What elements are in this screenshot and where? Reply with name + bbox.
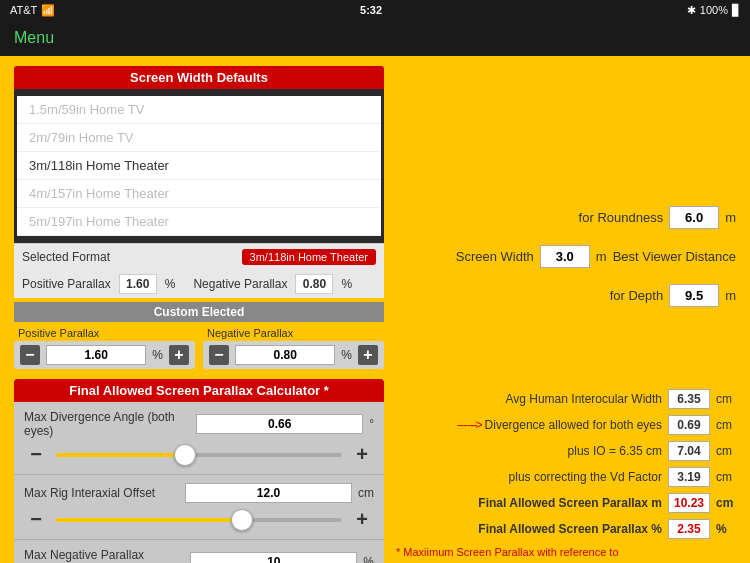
divergence-slider-group: Max Divergence Angle (both eyes) ° − + — [14, 402, 384, 475]
divergence-slider-track[interactable] — [56, 453, 342, 457]
positive-parallax-value: 1.60 — [119, 274, 157, 294]
positive-parallax-label: Positive Parallax — [22, 277, 111, 291]
right-top-panel: for Roundness m Screen Width m Best View… — [396, 66, 736, 369]
divergence-allowed-unit: cm — [716, 418, 736, 432]
rig-slider-fill — [56, 518, 242, 522]
divergence-value[interactable] — [196, 414, 363, 434]
roundness-input[interactable] — [669, 206, 719, 229]
right-bottom-panel: Avg Human Interocular Width 6.35 cm - - … — [396, 379, 736, 563]
info-icon[interactable]: i — [712, 66, 736, 90]
screen-width-defaults-header: Screen Width Defaults — [14, 66, 384, 89]
list-item[interactable]: 1.5m/59in Home TV — [17, 96, 381, 124]
avg-human-row: Avg Human Interocular Width 6.35 cm — [396, 389, 736, 409]
neg-parallax-value[interactable] — [190, 552, 357, 563]
list-item[interactable]: 5m/197in Home Theater — [17, 208, 381, 236]
negative-stepper-value[interactable]: 0.80 — [235, 345, 335, 365]
top-section: Screen Width Defaults 1.5m/59in Home TV … — [14, 66, 736, 369]
menu-bar: Menu — [0, 20, 750, 56]
parallax-info-row: Positive Parallax 1.60 % Negative Parall… — [14, 270, 384, 298]
list-item-selected[interactable]: 3m/118in Home Theater — [17, 152, 381, 180]
left-bottom-panel: Final Allowed Screen Parallax Calculator… — [14, 379, 384, 563]
positive-minus-button[interactable]: − — [20, 345, 40, 365]
selected-format-badge: 3m/118in Home Theater — [242, 249, 376, 265]
top-right-fields: for Roundness m Screen Width m Best View… — [396, 206, 736, 315]
final-pct-row: Final Allowed Screen Parallax % 2.35 % — [396, 519, 736, 539]
plus-io-unit: cm — [716, 444, 736, 458]
negative-stepper: − 0.80 % + — [203, 341, 384, 369]
menu-button[interactable]: Menu — [14, 29, 54, 47]
final-m-label: Final Allowed Screen Parallax m — [396, 496, 662, 510]
positive-custom-header: Positive Parallax — [14, 325, 195, 341]
positive-plus-button[interactable]: + — [169, 345, 189, 365]
best-viewer-label: Best Viewer Distance — [613, 249, 736, 264]
negative-minus-button[interactable]: − — [209, 345, 229, 365]
roundness-unit: m — [725, 210, 736, 225]
divergence-unit: ° — [369, 417, 374, 431]
plus-io-label: plus IO = 6.35 cm — [396, 444, 662, 458]
vd-factor-value: 3.19 — [668, 467, 710, 487]
divergence-plus-button[interactable]: + — [350, 443, 374, 466]
custom-elected-header: Custom Elected — [14, 302, 384, 322]
final-m-row: Final Allowed Screen Parallax m 10.23 cm — [396, 493, 736, 513]
negative-plus-button[interactable]: + — [358, 345, 378, 365]
final-pct-label: Final Allowed Screen Parallax % — [396, 522, 662, 536]
status-time: 5:32 — [360, 4, 382, 16]
final-m-value: 10.23 — [668, 493, 710, 513]
vd-factor-row: plus correcting the Vd Factor 3.19 cm — [396, 467, 736, 487]
positive-stepper: − 1.60 % + — [14, 341, 195, 369]
divergence-label: Max Divergence Angle (both eyes) — [24, 410, 190, 438]
rig-slider-controls: − + — [24, 508, 374, 531]
selected-format-row: Selected Format 3m/118in Home Theater — [14, 243, 384, 270]
rig-value[interactable] — [185, 483, 352, 503]
avg-human-unit: cm — [716, 392, 736, 406]
dashed-arrow-icon: - - - - - -> — [457, 418, 481, 432]
divergence-label-row: Max Divergence Angle (both eyes) ° — [24, 410, 374, 438]
screen-width-input[interactable] — [540, 245, 590, 268]
negative-custom-label: Negative Parallax — [207, 327, 293, 339]
vd-factor-unit: cm — [716, 470, 736, 484]
screen-width-label: Screen Width — [456, 249, 534, 264]
divergence-slider-thumb[interactable] — [174, 444, 196, 466]
depth-unit: m — [725, 288, 736, 303]
rig-slider-group: Max Rig Interaxial Offset cm − + — [14, 475, 384, 540]
positive-pct: % — [165, 277, 176, 291]
divergence-minus-button[interactable]: − — [24, 443, 48, 466]
list-item[interactable]: 2m/79in Home TV — [17, 124, 381, 152]
note-text: * Maxiimum Screen Parallax with referenc… — [396, 545, 736, 563]
rig-unit: cm — [358, 486, 374, 500]
list-item[interactable]: 4m/157in Home Theater — [17, 180, 381, 208]
negative-custom-col: Negative Parallax − 0.80 % + — [203, 325, 384, 369]
battery-label: 100% — [700, 4, 728, 16]
vd-factor-label: plus correcting the Vd Factor — [396, 470, 662, 484]
calculator-header: Final Allowed Screen Parallax Calculator… — [14, 379, 384, 402]
main-content: i Screen Width Defaults 1.5m/59in Home T… — [0, 56, 750, 563]
roundness-label: for Roundness — [579, 210, 664, 225]
rig-minus-button[interactable]: − — [24, 508, 48, 531]
status-right: ✱ 100% ▊ — [687, 4, 740, 17]
wifi-icon: 📶 — [41, 4, 55, 17]
rig-plus-button[interactable]: + — [350, 508, 374, 531]
positive-stepper-value[interactable]: 1.60 — [46, 345, 146, 365]
custom-elected-row: Positive Parallax − 1.60 % + Negative Pa… — [14, 325, 384, 369]
final-pct-unit: % — [716, 522, 736, 536]
divergence-allowed-row: - - - - - -> Divergence allowed for both… — [396, 415, 736, 435]
calculator-section: Final Allowed Screen Parallax Calculator… — [14, 379, 384, 563]
rig-slider-track[interactable] — [56, 518, 342, 522]
depth-input[interactable] — [669, 284, 719, 307]
screen-width-unit: m — [596, 249, 607, 264]
positive-custom-label: Positive Parallax — [18, 327, 99, 339]
note-line1: * Maxiimum Screen Parallax with referenc… — [396, 546, 619, 558]
divergence-allowed-value: 0.69 — [668, 415, 710, 435]
battery-icon: ▊ — [732, 4, 740, 17]
bluetooth-icon: ✱ — [687, 4, 696, 17]
roundness-row: for Roundness m — [579, 206, 736, 229]
avg-human-value: 6.35 — [668, 389, 710, 409]
negative-parallax-label: Negative Parallax — [193, 277, 287, 291]
selected-format-label: Selected Format — [22, 250, 110, 264]
divergence-slider-fill — [56, 453, 185, 457]
neg-parallax-label-row: Max Negative Parallax elected from Stere… — [24, 548, 374, 563]
depth-label: for Depth — [610, 288, 663, 303]
rig-label-row: Max Rig Interaxial Offset cm — [24, 483, 374, 503]
rig-slider-thumb[interactable] — [231, 509, 253, 531]
divergence-allowed-label: Divergence allowed for both eyes — [485, 418, 662, 432]
